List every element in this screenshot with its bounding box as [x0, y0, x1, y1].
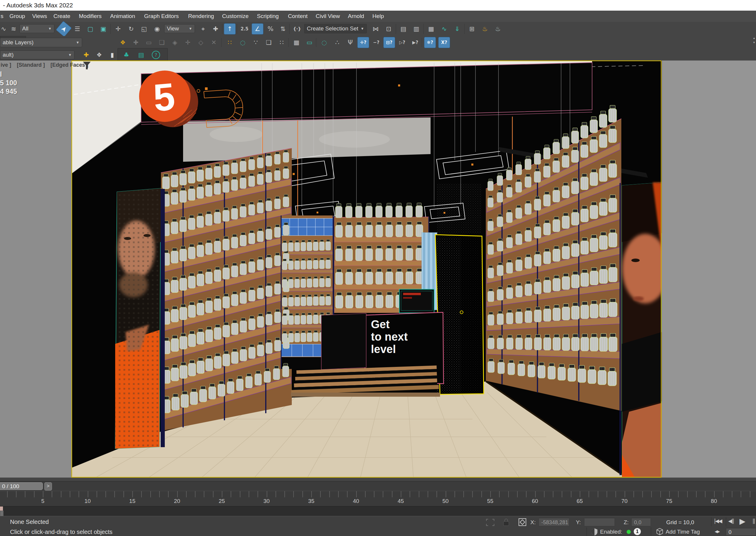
ruler-tick — [499, 491, 500, 497]
x-coordinate-field[interactable]: -58348,281 — [539, 518, 569, 526]
ruler-tick — [392, 491, 393, 497]
ruler-tick — [240, 491, 240, 497]
ruler-tick — [311, 491, 312, 497]
ruler-tick — [159, 491, 160, 497]
ruler-tick — [123, 491, 124, 497]
next-frame-button[interactable]: > — [44, 482, 52, 490]
time-slider-handle[interactable]: 0 / 100 — [0, 482, 43, 490]
ruler-frame-label: 80 — [705, 498, 723, 504]
ruler-tick — [615, 491, 616, 497]
ruler-tick — [222, 491, 223, 497]
z-coordinate-field[interactable]: 0,0 — [632, 518, 651, 526]
per-view-filter-icon[interactable] — [83, 61, 91, 70]
ruler-tick — [669, 491, 670, 497]
ruler-tick — [732, 491, 732, 497]
ruler-tick — [508, 491, 509, 497]
ruler-frame-label: 30 — [258, 498, 276, 504]
key-mode-toggle[interactable]: ◀▶ — [715, 529, 719, 534]
ruler-frame-label: 15 — [123, 498, 141, 504]
enabled-indicator-dot — [627, 530, 631, 534]
ruler-frame-label: 10 — [79, 498, 97, 504]
ruler-tick — [687, 491, 688, 497]
ruler-tick — [678, 491, 679, 497]
ruler-tick — [88, 491, 88, 497]
shield-icon[interactable] — [591, 528, 598, 536]
y-label: Y: — [576, 519, 581, 526]
status-bar: None Selected Click or click-and-drag to… — [0, 516, 756, 536]
ruler-tick — [150, 491, 151, 497]
y-coordinate-field[interactable] — [584, 518, 615, 526]
ruler-tick — [43, 491, 43, 497]
ruler-tick — [168, 491, 169, 497]
ruler-tick — [589, 491, 589, 497]
counter-text-line3: level — [371, 343, 396, 355]
ruler-tick — [428, 491, 428, 497]
go-to-start-button[interactable]: |◀◀ — [714, 518, 722, 524]
viewport-label-row[interactable]: ive ] [Standard ] [Edged Faces ] — [1, 62, 92, 69]
ruler-frame-label: 35 — [302, 498, 320, 504]
ruler-frame-label: 40 — [347, 498, 365, 504]
ruler-tick — [338, 491, 339, 497]
ruler-tick — [696, 491, 697, 497]
ruler-tick — [642, 491, 643, 497]
anim-layer-badge[interactable]: 1 — [634, 528, 641, 535]
ruler-tick — [105, 491, 106, 497]
ruler-tick — [132, 491, 133, 497]
ruler-tick — [249, 491, 249, 497]
absolute-mode-icon[interactable] — [518, 518, 527, 526]
next-frame-partial-button[interactable]: || — [752, 518, 755, 524]
man-poster — [115, 188, 165, 449]
current-frame-field[interactable]: 0 — [726, 528, 756, 536]
ruler-tick — [446, 491, 446, 497]
ruler-tick — [61, 491, 61, 497]
ruler-frame-label: 20 — [168, 498, 186, 504]
ruler-frame-label: 50 — [437, 498, 455, 504]
ruler-frame-label: 65 — [571, 498, 589, 504]
ruler-tick — [490, 491, 491, 497]
ruler-tick — [70, 491, 70, 497]
play-button[interactable]: ▶ — [739, 517, 745, 526]
time-slider-track[interactable]: 0 / 100 > — [0, 481, 756, 491]
ruler-tick — [347, 491, 348, 497]
track-bar-ruler[interactable]: 5101520253035404550556065707580 — [0, 491, 756, 507]
track-bar-widget-cap[interactable] — [0, 507, 3, 511]
ruler-frame-label: 70 — [616, 498, 634, 504]
ruler-tick — [526, 491, 527, 497]
ruler-frame-label: 45 — [392, 498, 410, 504]
ruler-tick — [419, 491, 419, 497]
add-time-tag[interactable]: Add Time Tag — [666, 529, 700, 535]
selection-lock-region-icon[interactable] — [486, 519, 495, 526]
x-label: X: — [531, 519, 536, 526]
ruler-tick — [455, 491, 455, 497]
display-stand — [321, 314, 366, 370]
ruler-tick — [25, 491, 25, 497]
ruler-tick — [114, 491, 115, 497]
ruler-tick — [634, 491, 634, 497]
ruler-tick — [481, 491, 482, 497]
z-label: Z: — [624, 519, 629, 526]
track-bar-lane[interactable] — [0, 507, 756, 516]
ruler-tick — [186, 491, 187, 497]
ruler-tick — [535, 491, 536, 497]
ruler-tick — [79, 491, 79, 497]
ruler-tick — [195, 491, 195, 497]
ruler-tick — [329, 491, 330, 497]
logo-glyph: 5 — [152, 75, 177, 119]
ruler-tick — [97, 491, 97, 497]
lock-icon[interactable] — [502, 518, 510, 526]
ruler-tick — [606, 491, 607, 497]
ruler-tick — [401, 491, 401, 497]
perspective-viewport[interactable]: 5 — [0, 0, 756, 536]
viewport-shading-label[interactable]: [Standard ] — [17, 62, 45, 68]
ruler-tick — [374, 491, 374, 497]
ruler-tick — [472, 491, 473, 497]
previous-frame-button[interactable]: ◀|| — [728, 518, 734, 524]
viewport-pov-label[interactable]: ive ] — [1, 62, 11, 68]
time-tag-cube-icon — [656, 528, 663, 535]
ruler-tick — [258, 491, 258, 497]
ruler-tick — [410, 491, 410, 497]
ruler-tick — [365, 491, 365, 497]
ruler-tick — [177, 491, 178, 497]
prompt-line: Click or click-and-drag to select object… — [10, 529, 113, 535]
counter-text-line2: to next — [371, 331, 408, 343]
